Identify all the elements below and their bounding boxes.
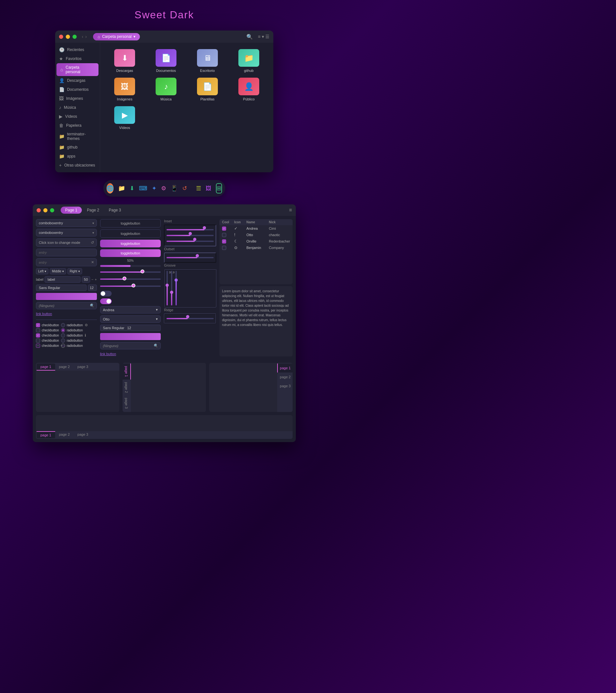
font-btn-sans[interactable]: Sans Regular 12: [100, 325, 161, 331]
sidebar-item-favoritos[interactable]: ★ Favoritos: [55, 54, 100, 63]
align-right[interactable]: Right ▾: [67, 268, 82, 274]
refresh-mode-icon[interactable]: ↺: [91, 240, 94, 245]
sidebar-item-github[interactable]: 📁 github: [55, 143, 100, 152]
checkbox3[interactable]: ✓: [36, 333, 40, 338]
checkbox1[interactable]: ✓: [36, 323, 40, 327]
tv-check-andrea[interactable]: ✓: [222, 226, 226, 231]
tv-check-orville[interactable]: ✓: [222, 239, 226, 243]
dot-red[interactable]: [59, 35, 63, 39]
spin-plus[interactable]: +: [95, 278, 97, 281]
hscale-outset-1[interactable]: [166, 255, 214, 260]
nb-left-tab-3[interactable]: page 3: [123, 395, 131, 411]
gtk-dot-red[interactable]: [37, 208, 41, 212]
slider-1[interactable]: [100, 271, 161, 273]
nb-bottom-tab-1[interactable]: page 1: [37, 431, 55, 438]
folder-plantillas[interactable]: 📄 Plantillas: [189, 78, 225, 101]
chrome-icon[interactable]: 🌐: [106, 183, 114, 194]
nb-right-tab-2[interactable]: page 2: [278, 373, 293, 381]
hscale-ridge-1-thumb[interactable]: [186, 315, 189, 318]
folder-dock-icon[interactable]: 📁: [118, 183, 125, 194]
align-middle[interactable]: Middle ▾: [50, 268, 66, 274]
combo-otto[interactable]: Otto ▾: [100, 315, 161, 323]
nb-top-tab-2[interactable]: page 2: [55, 363, 74, 371]
slider-1-thumb[interactable]: [141, 270, 144, 273]
tab-page1[interactable]: Page 1: [61, 206, 82, 214]
folder-escritorio[interactable]: 🖥 Escritorio: [189, 49, 225, 73]
tab-page3[interactable]: Page 3: [104, 206, 125, 214]
slider-2-thumb[interactable]: [123, 277, 126, 280]
sidebar-item-musica[interactable]: ♪ Música: [55, 103, 100, 112]
hscale-outset-1-thumb[interactable]: [196, 254, 199, 257]
sidebar-item-recientes[interactable]: 🕐 Recientes: [55, 45, 100, 54]
folder-descargas[interactable]: ⬇ Descargas: [106, 49, 143, 73]
combo-none-2[interactable]: (Ninguno) 🔍: [100, 342, 161, 350]
sidebar-item-documentos[interactable]: 📄 Documentos: [55, 85, 100, 94]
combo1[interactable]: comboboxentry ▾: [36, 219, 97, 227]
font-button[interactable]: Sans Regular: [36, 284, 87, 291]
folder-musica[interactable]: ♪ Música: [148, 78, 184, 101]
switch-1[interactable]: [100, 291, 112, 296]
link-button-2[interactable]: link button: [100, 351, 161, 356]
checkbox5[interactable]: −: [36, 343, 40, 348]
toggle-btn-2[interactable]: togglebutton: [100, 230, 161, 238]
view-options-icon[interactable]: ▾: [262, 34, 264, 39]
folder-github[interactable]: 📁 github: [231, 49, 267, 73]
settings-dock-icon[interactable]: ⚙: [161, 183, 166, 194]
fm-breadcrumb[interactable]: ⌂ Carpeta personal ▾: [93, 33, 140, 40]
nb-right-tab-1[interactable]: page 1: [277, 363, 293, 373]
tv-row-orville[interactable]: ✓ ☾ Orville Redenbacher: [219, 238, 293, 244]
font-size[interactable]: 12: [88, 284, 97, 291]
nb-bottom-tab-2[interactable]: page 2: [55, 431, 74, 438]
image-dock-icon[interactable]: 🖼: [206, 183, 212, 194]
tv-check-otto[interactable]: [222, 233, 226, 237]
checkbox4[interactable]: [36, 338, 40, 343]
spin-value[interactable]: 50: [82, 276, 90, 283]
download-dock-icon[interactable]: ⬇: [130, 183, 135, 194]
sidebar-item-descargas[interactable]: 👤 Descargas: [55, 76, 100, 85]
toggle-btn-4[interactable]: togglebutton: [100, 249, 161, 257]
search-icon[interactable]: 🔍: [246, 34, 253, 40]
sidebar-item-terminator[interactable]: 📁 terminator-themes: [55, 130, 100, 143]
forward-arrow[interactable]: ›: [85, 34, 87, 39]
nb-right-tab-3[interactable]: page 3: [278, 381, 293, 391]
nb-top-tab-1[interactable]: page 1: [37, 363, 55, 371]
folder-publico[interactable]: 👤 Público: [231, 78, 267, 101]
hscale-inset-1[interactable]: [166, 227, 214, 232]
sidebar-item-imagenes[interactable]: 🖼 Imágenes: [55, 94, 100, 103]
hscale-inset-1-thumb[interactable]: [203, 226, 206, 230]
hscale-inset-3-thumb[interactable]: [193, 238, 196, 241]
sidebar-item-apps[interactable]: 📁 apps: [55, 152, 100, 161]
vscode-dock-icon[interactable]: ✦: [152, 183, 157, 194]
vscale-3-thumb[interactable]: [175, 278, 178, 282]
textarea[interactable]: Lorem ipsum dolor sit amet, consectetur …: [219, 286, 293, 356]
radiobutton1[interactable]: [61, 323, 65, 327]
color-bar[interactable]: [36, 293, 97, 300]
slider-3-thumb[interactable]: [132, 284, 135, 288]
combo-andrea[interactable]: Andrea ▾: [100, 306, 161, 314]
vscale-2-thumb[interactable]: [170, 291, 173, 294]
checkbox2[interactable]: [36, 328, 40, 332]
folder-documentos[interactable]: 📄 Documentos: [148, 49, 184, 73]
radiobutton2[interactable]: [61, 328, 65, 332]
slider-2[interactable]: [100, 278, 161, 280]
radiobutton4[interactable]: [61, 338, 65, 343]
toggle-btn-1[interactable]: togglebutton: [100, 219, 161, 227]
view-menu-icon[interactable]: ☰: [265, 34, 270, 39]
vscale-1-thumb[interactable]: [165, 284, 169, 287]
toggle-btn-3[interactable]: togglebutton: [100, 240, 161, 248]
entry2[interactable]: entry ✕: [36, 258, 97, 266]
slider-3[interactable]: [100, 285, 161, 288]
tv-check-benjamin[interactable]: [222, 246, 226, 250]
view-list-icon[interactable]: ≡: [258, 34, 260, 39]
gtk-menu-icon[interactable]: ≡: [289, 207, 292, 213]
grid-dock-icon[interactable]: ⊞: [216, 183, 222, 194]
gtk-dot-green[interactable]: [50, 208, 54, 212]
tv-row-benjamin[interactable]: ⊙ Benjamin Company: [219, 244, 293, 251]
tv-row-andrea[interactable]: ✓ ✓ Andrea Cimi: [219, 225, 293, 232]
hscale-inset-2-thumb[interactable]: [188, 232, 192, 235]
back-arrow[interactable]: ‹: [82, 34, 83, 39]
nb-left-tab-2[interactable]: page 2: [123, 379, 131, 396]
phone-dock-icon[interactable]: 📱: [171, 183, 178, 194]
radiobutton3[interactable]: [61, 333, 65, 338]
hscale-inset-2[interactable]: [166, 233, 214, 238]
